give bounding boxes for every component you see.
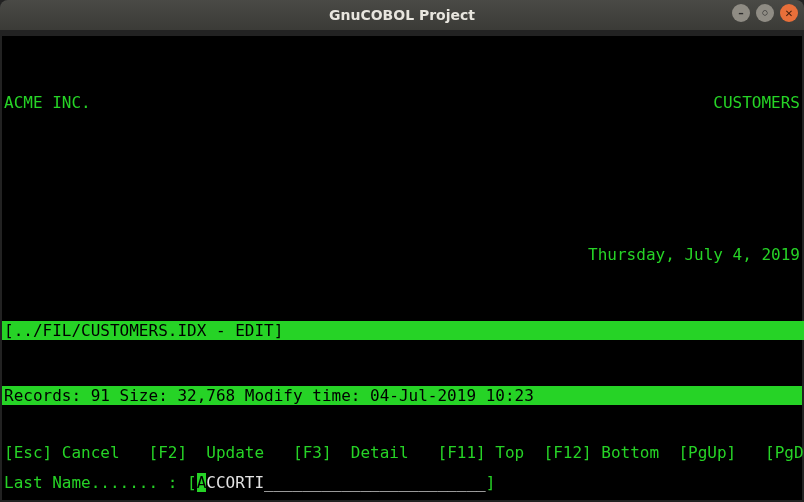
- org-name: ACME INC.: [4, 93, 91, 112]
- window-titlebar: GnuCOBOL Project: [0, 0, 804, 30]
- pgdn-key[interactable]: [PgDn]: [765, 443, 804, 462]
- blank: [2, 169, 802, 188]
- minimize-icon[interactable]: [732, 4, 750, 22]
- status-bar: Records: 91 Size: 32,768 Modify time: 04…: [2, 386, 802, 405]
- f2-key[interactable]: [F2] Update: [149, 443, 265, 462]
- window-title: GnuCOBOL Project: [329, 7, 475, 23]
- pgup-key[interactable]: [PgUp]: [678, 443, 736, 462]
- esc-key[interactable]: [Esc] Cancel: [4, 443, 120, 462]
- date-text: Thursday, July 4, 2019: [588, 245, 800, 264]
- modeline: [../FIL/CUSTOMERS.IDX - EDIT]: [2, 321, 804, 340]
- window-controls: [732, 4, 798, 22]
- f3-key[interactable]: [F3] Detail: [293, 443, 409, 462]
- date-row: Thursday, July 4, 2019: [2, 245, 802, 264]
- modeline-text: [../FIL/CUSTOMERS.IDX - EDIT]: [4, 321, 283, 340]
- header-row: ACME INC. CUSTOMERS: [2, 93, 802, 112]
- f11-key[interactable]: [F11] Top: [438, 443, 525, 462]
- status-text: Records: 91 Size: 32,768 Modify time: 04…: [4, 386, 534, 405]
- function-key-bar: [Esc] Cancel [F2] Update [F3] Detail [F1…: [2, 443, 802, 462]
- f12-key[interactable]: [F12] Bottom: [544, 443, 660, 462]
- close-icon[interactable]: [780, 4, 798, 22]
- terminal: ACME INC. CUSTOMERS Thursday, July 4, 20…: [2, 36, 802, 500]
- screen-name: CUSTOMERS: [713, 93, 800, 112]
- maximize-icon[interactable]: [756, 4, 774, 22]
